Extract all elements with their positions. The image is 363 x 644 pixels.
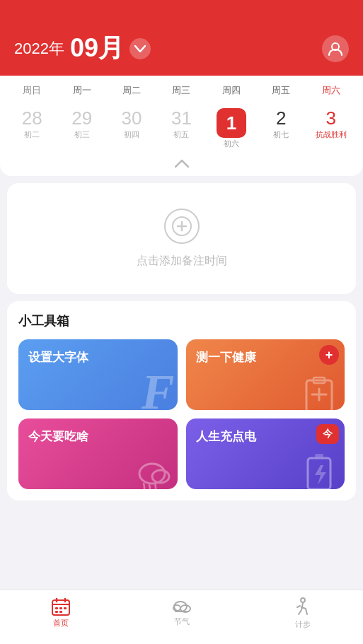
date-cell-2[interactable]: 2 初七: [256, 105, 306, 152]
nav-home-label: 首页: [53, 618, 69, 628]
date-lunar-2: 初七: [258, 129, 304, 140]
nav-home[interactable]: 首页: [0, 597, 121, 630]
svg-rect-11: [64, 607, 67, 609]
collapse-button[interactable]: [7, 155, 356, 169]
header-month: 09月: [70, 31, 124, 66]
add-note-text: 点击添加备注时间: [137, 254, 227, 269]
toolbox-grid: 设置大字体 F 测一下健康 + 今天要吃啥: [18, 339, 345, 489]
tool-label-health: 测一下健康: [196, 349, 256, 365]
weekday-sunday: 周日: [7, 81, 57, 100]
date-cell-29[interactable]: 29 初三: [57, 105, 106, 152]
date-lunar-29: 初三: [58, 129, 105, 140]
toolbox-title: 小工具箱: [18, 312, 345, 329]
svg-rect-13: [59, 611, 62, 613]
tool-card-font[interactable]: 设置大字体 F: [18, 339, 178, 410]
date-cell-3[interactable]: 3 抗战胜利: [306, 105, 356, 152]
nav-weather-label: 节气: [174, 616, 190, 627]
tool-label-food: 今天要吃啥: [28, 428, 88, 445]
svg-rect-12: [55, 611, 58, 613]
add-note-icon: [164, 209, 200, 244]
chevron-down-icon: [134, 45, 146, 52]
date-lunar-30: 初四: [108, 129, 155, 140]
add-note-section[interactable]: 点击添加备注时间: [7, 183, 356, 294]
nav-steps[interactable]: 计步: [242, 597, 363, 630]
health-icon: [301, 376, 338, 410]
date-num-1: 1: [226, 112, 236, 134]
cloud-icon: [171, 597, 192, 614]
charge-badge: 今: [316, 424, 339, 444]
date-num-31: 31: [158, 108, 204, 129]
user-icon: [328, 41, 343, 57]
weekday-tuesday: 周二: [107, 81, 156, 100]
tool-label-charge: 人生充点电: [196, 428, 256, 445]
header: 2022年 09月: [0, 0, 363, 76]
svg-point-17: [301, 598, 305, 602]
nav-steps-label: 计步: [295, 619, 311, 630]
date-cell-31[interactable]: 31 初五: [156, 105, 206, 152]
date-num-30: 30: [108, 108, 155, 129]
date-lunar-28: 初二: [8, 129, 55, 140]
date-lunar-3: 抗战胜利: [308, 129, 355, 140]
weekday-thursday: 周四: [207, 81, 256, 100]
charge-icon: [304, 452, 338, 489]
header-title: 2022年 09月: [14, 31, 151, 66]
font-icon: F: [142, 368, 175, 410]
chevron-up-icon: [175, 159, 189, 168]
weekday-wednesday: 周三: [156, 81, 206, 100]
toolbox-section: 小工具箱 设置大字体 F 测一下健康 + 今天要吃啥: [7, 301, 356, 500]
svg-rect-7: [315, 454, 323, 458]
header-year: 2022年: [14, 38, 64, 59]
weekday-saturday: 周六: [306, 81, 356, 100]
date-num-28: 28: [8, 108, 55, 129]
weekday-monday: 周一: [57, 81, 106, 100]
date-lunar-31: 初五: [158, 129, 204, 140]
food-icon: [134, 457, 176, 489]
weekday-friday: 周五: [256, 81, 306, 100]
plus-circle-icon: [172, 216, 192, 236]
month-dropdown-button[interactable]: [129, 38, 151, 59]
svg-rect-9: [55, 607, 58, 609]
date-num-29: 29: [58, 108, 105, 129]
date-lunar-1: 初六: [224, 139, 239, 149]
bottom-nav: 首页 节气 计步: [0, 590, 363, 644]
tool-card-charge[interactable]: 人生充点电 今: [186, 418, 345, 489]
svg-rect-10: [59, 607, 62, 609]
date-cell-1[interactable]: 1 初六: [207, 105, 256, 152]
walking-icon: [294, 597, 311, 617]
avatar[interactable]: [322, 35, 349, 62]
tool-card-food[interactable]: 今天要吃啥: [18, 418, 178, 489]
tool-label-font: 设置大字体: [28, 349, 88, 365]
tool-card-health[interactable]: 测一下健康 +: [186, 339, 345, 410]
calendar-icon: [51, 597, 71, 616]
calendar-section: 周日 周一 周二 周三 周四 周五 周六 28 初二 29 初三 30 初四 3…: [0, 76, 363, 176]
nav-weather[interactable]: 节气: [121, 597, 242, 630]
date-cell-28[interactable]: 28 初二: [7, 105, 57, 152]
health-badge: +: [319, 345, 339, 365]
date-num-3: 3: [308, 108, 355, 129]
date-row: 28 初二 29 初三 30 初四 31 初五 1 初六 2 初七: [7, 103, 356, 155]
weekday-row: 周日 周一 周二 周三 周四 周五 周六: [7, 76, 356, 103]
date-num-2: 2: [258, 108, 304, 129]
date-cell-30[interactable]: 30 初四: [107, 105, 156, 152]
